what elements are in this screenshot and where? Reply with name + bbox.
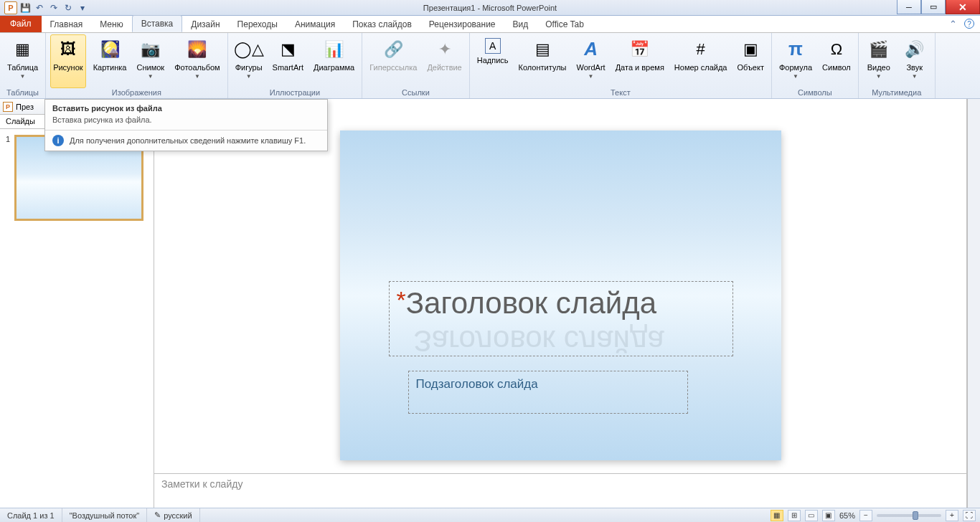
close-button[interactable]: ✕ bbox=[946, 0, 980, 14]
symbol-label: Символ bbox=[822, 63, 851, 72]
shapes-button[interactable]: ◯△Фигуры▼ bbox=[232, 34, 265, 88]
sorter-view-button[interactable]: ⊞ bbox=[788, 510, 801, 521]
status-bar: Слайд 1 из 1 "Воздушный поток" ✎ русский… bbox=[0, 508, 980, 522]
screenshot-button[interactable]: 📷Снимок▼ bbox=[133, 34, 167, 88]
symbol-icon: Ω bbox=[825, 38, 848, 61]
zoom-in-button[interactable]: + bbox=[946, 510, 958, 521]
symbol-button[interactable]: ΩСимвол bbox=[819, 34, 854, 88]
smartart-button[interactable]: ⬔SmartArt bbox=[270, 34, 306, 88]
tab-menu[interactable]: Меню bbox=[91, 16, 131, 32]
clipart-button[interactable]: 🎑Картинка bbox=[90, 34, 130, 88]
chart-label: Диаграмма bbox=[314, 63, 354, 72]
video-button[interactable]: 🎬Видео▼ bbox=[863, 34, 895, 88]
table-button[interactable]: ▦Таблица▼ bbox=[4, 34, 41, 88]
ribbon: ▦Таблица▼Таблицы🖼Рисунок🎑Картинка📷Снимок… bbox=[0, 33, 980, 99]
maximize-button[interactable]: ▭ bbox=[921, 0, 946, 14]
audio-label: Звук bbox=[906, 63, 923, 72]
clipart-icon: 🎑 bbox=[98, 38, 121, 61]
group-Таблицы: ▦Таблица▼Таблицы bbox=[0, 33, 46, 98]
clipart-label: Картинка bbox=[93, 63, 127, 72]
status-right: ▦ ⊞ ▭ ▣ 65% − + ⛶ bbox=[771, 510, 980, 521]
undo-icon[interactable]: ↶ bbox=[33, 1, 46, 14]
audio-button[interactable]: 🔊Звук▼ bbox=[899, 34, 930, 88]
tab-insert[interactable]: Вставка bbox=[132, 15, 183, 32]
tooltip-body: Вставка рисунка из файла. bbox=[45, 114, 327, 130]
notes-pane[interactable]: Заметки к слайду bbox=[154, 473, 966, 508]
album-icon: 🌄 bbox=[186, 38, 209, 61]
slidenumber-label: Номер слайда bbox=[674, 63, 727, 72]
thumbnail-number: 1 bbox=[6, 135, 10, 221]
group-Символы: πФормула▼ΩСимволСимволы bbox=[772, 33, 859, 98]
group-Ссылки: 🔗Гиперссылка✦ДействиеСсылки bbox=[362, 33, 470, 98]
zoom-slider[interactable] bbox=[877, 514, 941, 517]
object-button[interactable]: ▣Объект bbox=[735, 34, 767, 88]
tab-home[interactable]: Главная bbox=[42, 16, 92, 32]
picture-icon: 🖼 bbox=[57, 38, 80, 61]
title-text: Заголовок слайда bbox=[406, 286, 656, 320]
chart-button[interactable]: 📊Диаграмма bbox=[311, 34, 357, 88]
shapes-icon: ◯△ bbox=[237, 38, 260, 61]
chevron-down-icon: ▼ bbox=[793, 73, 798, 80]
picture-label: Рисунок bbox=[53, 63, 83, 72]
tab-animation[interactable]: Анимация bbox=[286, 16, 344, 32]
picture-button[interactable]: 🖼Рисунок bbox=[50, 34, 86, 88]
minimize-ribbon-icon[interactable]: ⌃ bbox=[949, 19, 957, 29]
smartart-icon: ⬔ bbox=[276, 38, 299, 61]
quick-access-toolbar: P 💾 ↶ ↷ ↻ ▾ bbox=[0, 1, 89, 14]
doc-icon: P bbox=[3, 102, 13, 112]
zoom-out-button[interactable]: − bbox=[859, 510, 872, 521]
normal-view-button[interactable]: ▦ bbox=[771, 510, 783, 521]
redo-icon[interactable]: ↷ bbox=[47, 1, 60, 14]
chevron-down-icon: ▼ bbox=[876, 73, 882, 80]
datetime-button[interactable]: 📅Дата и время bbox=[613, 34, 667, 88]
group-label: Текст bbox=[474, 88, 767, 98]
chevron-down-icon: ▼ bbox=[246, 73, 252, 80]
workspace: P През Слайды 1 *Заголовок слайда Заголо… bbox=[0, 99, 980, 508]
slide-canvas: *Заголовок слайда Заголовок слайда Подза… bbox=[154, 99, 967, 508]
wordart-button[interactable]: AWordArt▼ bbox=[574, 34, 608, 88]
chevron-down-icon: ▼ bbox=[148, 73, 154, 80]
refresh-icon[interactable]: ↻ bbox=[62, 1, 75, 14]
equation-button[interactable]: πФормула▼ bbox=[776, 34, 815, 88]
datetime-label: Дата и время bbox=[616, 63, 664, 72]
video-icon: 🎬 bbox=[867, 38, 890, 61]
save-icon[interactable]: 💾 bbox=[19, 1, 32, 14]
fit-button[interactable]: ⛶ bbox=[963, 510, 976, 521]
chevron-down-icon: ▼ bbox=[194, 73, 200, 80]
video-label: Видео bbox=[867, 63, 890, 72]
slidenumber-button[interactable]: #Номер слайда bbox=[672, 34, 730, 88]
title-bar: P 💾 ↶ ↷ ↻ ▾ Презентация1 - Microsoft Pow… bbox=[0, 0, 980, 16]
table-icon: ▦ bbox=[11, 38, 34, 61]
tab-transitions[interactable]: Переходы bbox=[229, 16, 286, 32]
status-language[interactable]: ✎ русский bbox=[147, 508, 199, 522]
tab-design[interactable]: Дизайн bbox=[182, 16, 228, 32]
minimize-button[interactable]: ─ bbox=[897, 0, 921, 14]
vertical-scrollbar[interactable] bbox=[967, 99, 980, 508]
group-Текст: AНадпись▤КолонтитулыAWordArt▼📅Дата и вре… bbox=[470, 33, 772, 98]
tooltip: Вставить рисунок из файла Вставка рисунк… bbox=[44, 99, 328, 151]
zoom-handle[interactable] bbox=[913, 511, 918, 520]
app-icon[interactable]: P bbox=[4, 1, 17, 14]
ribbon-help: ⌃ ? bbox=[949, 19, 974, 29]
slide-area[interactable]: *Заголовок слайда Заголовок слайда Подза… bbox=[154, 99, 966, 473]
album-button[interactable]: 🌄Фотоальбом▼ bbox=[171, 34, 223, 88]
subtitle-placeholder[interactable]: Подзаголовок слайда bbox=[408, 371, 688, 414]
tab-view[interactable]: Вид bbox=[504, 16, 537, 32]
help-icon[interactable]: ? bbox=[964, 19, 974, 29]
reading-view-button[interactable]: ▭ bbox=[805, 510, 818, 521]
table-label: Таблица bbox=[7, 63, 38, 72]
title-placeholder[interactable]: *Заголовок слайда Заголовок слайда bbox=[389, 281, 733, 356]
thumbnails: 1 bbox=[0, 129, 154, 508]
slide[interactable]: *Заголовок слайда Заголовок слайда Подза… bbox=[340, 130, 781, 460]
zoom-value: 65% bbox=[839, 511, 855, 520]
tab-officetab[interactable]: Office Tab bbox=[537, 16, 593, 32]
slideshow-view-button[interactable]: ▣ bbox=[822, 510, 835, 521]
tab-review[interactable]: Рецензирование bbox=[420, 16, 504, 32]
file-tab[interactable]: Файл bbox=[0, 16, 42, 32]
textbox-button[interactable]: AНадпись bbox=[474, 34, 512, 88]
tab-slideshow[interactable]: Показ слайдов bbox=[344, 16, 420, 32]
slidenumber-icon: # bbox=[689, 38, 712, 61]
window-title: Презентация1 - Microsoft PowerPoint bbox=[423, 4, 557, 12]
headerfooter-button[interactable]: ▤Колонтитулы bbox=[516, 34, 570, 88]
qat-dropdown-icon[interactable]: ▾ bbox=[76, 1, 89, 14]
